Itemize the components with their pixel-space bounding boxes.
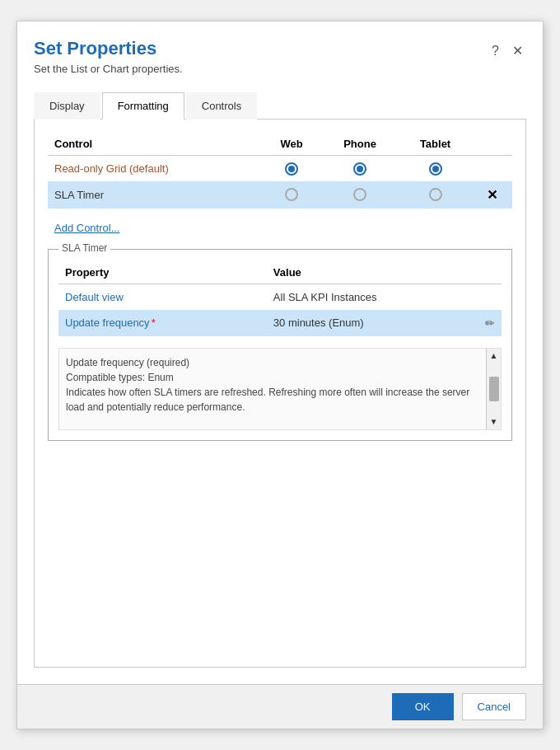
required-marker: *	[152, 316, 156, 329]
tab-formatting[interactable]: Formatting	[102, 92, 184, 120]
sla-timer-section: SLA Timer Property Value Default view	[48, 249, 512, 441]
prop-header-value: Value	[267, 261, 502, 284]
dialog-body: Display Formatting Controls Control Web …	[17, 83, 543, 684]
panel-content: Control Web Phone Tablet Read-only Grid …	[34, 120, 526, 668]
close-icon[interactable]: ✕	[509, 41, 526, 60]
tabs-container: Display Formatting Controls	[34, 91, 526, 120]
radio-phone-readonly[interactable]	[353, 162, 366, 176]
help-icon[interactable]: ?	[488, 42, 502, 60]
dialog-footer: OK Cancel	[17, 684, 543, 729]
control-name-link-readonly[interactable]: Read-only Grid (default)	[54, 162, 169, 175]
col-header-control: Control	[48, 133, 262, 156]
control-name-sla: SLA Timer	[54, 189, 104, 201]
scroll-down-button[interactable]: ▼	[488, 416, 500, 428]
radio-phone-sla[interactable]	[353, 188, 366, 201]
prop-row: Update frequency* 30 minutes (Enum) ✏	[58, 310, 502, 336]
prop-row: Default view All SLA KPI Instances	[58, 284, 502, 310]
tab-display[interactable]: Display	[34, 92, 100, 120]
dialog-subtitle: Set the List or Chart properties.	[34, 63, 488, 75]
radio-web-readonly[interactable]	[285, 162, 298, 176]
table-row: Read-only Grid (default)	[48, 156, 512, 181]
dialog-title-area: Set Properties Set the List or Chart pro…	[34, 38, 488, 75]
delete-sla-button[interactable]: ✕	[487, 188, 497, 202]
cancel-button[interactable]: Cancel	[462, 693, 526, 720]
scroll-thumb[interactable]	[489, 377, 499, 401]
col-header-web: Web	[262, 133, 322, 156]
radio-tablet-sla[interactable]	[429, 188, 442, 201]
scroll-up-button[interactable]: ▲	[488, 350, 500, 362]
prop-name-update-freq: Update frequency	[65, 316, 150, 329]
table-row: SLA Timer ✕	[48, 181, 512, 209]
dialog-title: Set Properties	[34, 38, 488, 59]
prop-name-default-view: Default view	[65, 291, 124, 303]
col-header-phone: Phone	[321, 133, 399, 156]
properties-table: Property Value Default view All SLA KPI …	[58, 261, 502, 336]
edit-icon[interactable]: ✏	[485, 316, 495, 330]
sla-section-label: SLA Timer	[58, 242, 110, 254]
radio-web-sla[interactable]	[285, 188, 298, 201]
set-properties-dialog: Set Properties Set the List or Chart pro…	[16, 21, 544, 729]
ok-button[interactable]: OK	[392, 693, 454, 720]
tab-controls[interactable]: Controls	[186, 92, 257, 120]
description-text: Update frequency (required)Compatible ty…	[66, 357, 469, 413]
radio-tablet-readonly[interactable]	[429, 162, 442, 176]
prop-value-update-freq: 30 minutes (Enum)	[273, 316, 364, 329]
col-header-tablet: Tablet	[399, 133, 473, 156]
dialog-header: Set Properties Set the List or Chart pro…	[17, 21, 543, 83]
dialog-header-icons: ? ✕	[488, 38, 526, 60]
add-control-link[interactable]: Add Control...	[54, 222, 120, 234]
scrollbar[interactable]: ▲ ▼	[486, 349, 501, 429]
controls-table: Control Web Phone Tablet Read-only Grid …	[48, 133, 512, 209]
description-box: Update frequency (required)Compatible ty…	[58, 348, 502, 430]
prop-value-default-view: All SLA KPI Instances	[273, 291, 377, 303]
prop-header-property: Property	[58, 261, 267, 284]
